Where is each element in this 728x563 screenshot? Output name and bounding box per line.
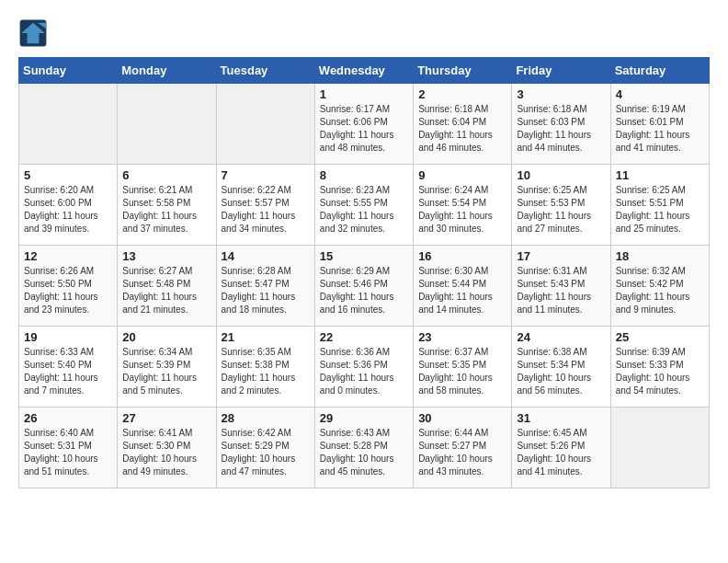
- day-number: 15: [320, 249, 408, 263]
- day-number: 10: [517, 168, 605, 182]
- day-info: Sunrise: 6:33 AM Sunset: 5:40 PM Dayligh…: [24, 346, 112, 397]
- calendar-week-row: 12Sunrise: 6:26 AM Sunset: 5:50 PM Dayli…: [19, 246, 710, 327]
- day-info: Sunrise: 6:34 AM Sunset: 5:39 PM Dayligh…: [122, 346, 210, 397]
- calendar-cell: 7Sunrise: 6:22 AM Sunset: 5:57 PM Daylig…: [216, 165, 314, 246]
- day-info: Sunrise: 6:37 AM Sunset: 5:35 PM Dayligh…: [418, 346, 506, 397]
- day-info: Sunrise: 6:23 AM Sunset: 5:55 PM Dayligh…: [320, 184, 408, 236]
- calendar-week-row: 26Sunrise: 6:40 AM Sunset: 5:31 PM Dayli…: [19, 408, 710, 488]
- weekday-header: Wednesday: [314, 58, 413, 84]
- calendar-cell: 17Sunrise: 6:31 AM Sunset: 5:43 PM Dayli…: [512, 246, 610, 327]
- day-info: Sunrise: 6:32 AM Sunset: 5:42 PM Dayligh…: [616, 265, 704, 316]
- calendar-cell: 5Sunrise: 6:20 AM Sunset: 6:00 PM Daylig…: [19, 165, 118, 246]
- day-info: Sunrise: 6:27 AM Sunset: 5:48 PM Dayligh…: [122, 265, 210, 316]
- day-number: 31: [517, 411, 605, 425]
- day-info: Sunrise: 6:29 AM Sunset: 5:46 PM Dayligh…: [320, 265, 408, 316]
- calendar-cell: 1Sunrise: 6:17 AM Sunset: 6:06 PM Daylig…: [314, 84, 413, 165]
- day-info: Sunrise: 6:42 AM Sunset: 5:29 PM Dayligh…: [222, 427, 310, 478]
- calendar-cell: 27Sunrise: 6:41 AM Sunset: 5:30 PM Dayli…: [118, 408, 216, 488]
- day-number: 14: [222, 249, 310, 263]
- day-info: Sunrise: 6:19 AM Sunset: 6:01 PM Dayligh…: [616, 103, 704, 155]
- day-info: Sunrise: 6:43 AM Sunset: 5:28 PM Dayligh…: [320, 427, 408, 478]
- calendar-cell: 3Sunrise: 6:18 AM Sunset: 6:03 PM Daylig…: [512, 84, 610, 165]
- calendar-cell: 28Sunrise: 6:42 AM Sunset: 5:29 PM Dayli…: [216, 408, 314, 488]
- day-number: 22: [320, 330, 408, 344]
- day-info: Sunrise: 6:45 AM Sunset: 5:26 PM Dayligh…: [517, 427, 605, 478]
- weekday-header: Tuesday: [216, 58, 314, 84]
- day-info: Sunrise: 6:35 AM Sunset: 5:38 PM Dayligh…: [222, 346, 310, 397]
- calendar-cell: 14Sunrise: 6:28 AM Sunset: 5:47 PM Dayli…: [216, 246, 314, 327]
- logo: [18, 18, 51, 48]
- day-number: 1: [320, 87, 408, 101]
- day-info: Sunrise: 6:40 AM Sunset: 5:31 PM Dayligh…: [24, 427, 112, 478]
- day-info: Sunrise: 6:17 AM Sunset: 6:06 PM Dayligh…: [320, 103, 408, 155]
- calendar-cell: 16Sunrise: 6:30 AM Sunset: 5:44 PM Dayli…: [414, 246, 512, 327]
- calendar-cell: [610, 408, 709, 488]
- day-number: 12: [24, 249, 112, 263]
- calendar-cell: 10Sunrise: 6:25 AM Sunset: 5:53 PM Dayli…: [512, 165, 610, 246]
- calendar-cell: 12Sunrise: 6:26 AM Sunset: 5:50 PM Dayli…: [19, 246, 118, 327]
- day-number: 27: [122, 411, 210, 425]
- calendar-cell: 13Sunrise: 6:27 AM Sunset: 5:48 PM Dayli…: [118, 246, 216, 327]
- day-number: 30: [418, 411, 506, 425]
- day-number: 4: [616, 87, 704, 101]
- weekday-header: Thursday: [414, 58, 512, 84]
- weekday-header: Sunday: [19, 58, 118, 84]
- calendar-week-row: 1Sunrise: 6:17 AM Sunset: 6:06 PM Daylig…: [19, 84, 710, 165]
- day-info: Sunrise: 6:21 AM Sunset: 5:58 PM Dayligh…: [122, 184, 210, 236]
- calendar-cell: 21Sunrise: 6:35 AM Sunset: 5:38 PM Dayli…: [216, 327, 314, 408]
- calendar-cell: 25Sunrise: 6:39 AM Sunset: 5:33 PM Dayli…: [610, 327, 709, 408]
- calendar-cell: 30Sunrise: 6:44 AM Sunset: 5:27 PM Dayli…: [414, 408, 512, 488]
- calendar-cell: 11Sunrise: 6:25 AM Sunset: 5:51 PM Dayli…: [610, 165, 709, 246]
- day-number: 23: [418, 330, 506, 344]
- calendar-cell: 6Sunrise: 6:21 AM Sunset: 5:58 PM Daylig…: [118, 165, 216, 246]
- calendar-cell: 20Sunrise: 6:34 AM Sunset: 5:39 PM Dayli…: [118, 327, 216, 408]
- day-info: Sunrise: 6:25 AM Sunset: 5:51 PM Dayligh…: [616, 184, 704, 236]
- day-info: Sunrise: 6:18 AM Sunset: 6:04 PM Dayligh…: [418, 103, 506, 155]
- calendar-cell: 19Sunrise: 6:33 AM Sunset: 5:40 PM Dayli…: [19, 327, 118, 408]
- weekday-header-row: SundayMondayTuesdayWednesdayThursdayFrid…: [19, 58, 710, 84]
- day-number: 20: [122, 330, 210, 344]
- day-number: 17: [517, 249, 605, 263]
- calendar-cell: 2Sunrise: 6:18 AM Sunset: 6:04 PM Daylig…: [414, 84, 512, 165]
- day-number: 11: [616, 168, 704, 182]
- day-info: Sunrise: 6:20 AM Sunset: 6:00 PM Dayligh…: [24, 184, 112, 236]
- calendar-cell: [118, 84, 216, 165]
- day-number: 16: [418, 249, 506, 263]
- day-info: Sunrise: 6:22 AM Sunset: 5:57 PM Dayligh…: [222, 184, 310, 236]
- day-info: Sunrise: 6:28 AM Sunset: 5:47 PM Dayligh…: [222, 265, 310, 316]
- calendar-week-row: 5Sunrise: 6:20 AM Sunset: 6:00 PM Daylig…: [19, 165, 710, 246]
- day-info: Sunrise: 6:24 AM Sunset: 5:54 PM Dayligh…: [418, 184, 506, 236]
- header: [18, 18, 710, 48]
- calendar-week-row: 19Sunrise: 6:33 AM Sunset: 5:40 PM Dayli…: [19, 327, 710, 408]
- day-number: 7: [222, 168, 310, 182]
- day-info: Sunrise: 6:39 AM Sunset: 5:33 PM Dayligh…: [616, 346, 704, 397]
- day-number: 24: [517, 330, 605, 344]
- calendar-cell: [216, 84, 314, 165]
- calendar-cell: 15Sunrise: 6:29 AM Sunset: 5:46 PM Dayli…: [314, 246, 413, 327]
- calendar-cell: [19, 84, 118, 165]
- day-number: 2: [418, 87, 506, 101]
- day-number: 8: [320, 168, 408, 182]
- calendar-cell: 9Sunrise: 6:24 AM Sunset: 5:54 PM Daylig…: [414, 165, 512, 246]
- day-info: Sunrise: 6:38 AM Sunset: 5:34 PM Dayligh…: [517, 346, 605, 397]
- calendar-cell: 23Sunrise: 6:37 AM Sunset: 5:35 PM Dayli…: [414, 327, 512, 408]
- day-number: 26: [24, 411, 112, 425]
- day-number: 21: [222, 330, 310, 344]
- day-info: Sunrise: 6:36 AM Sunset: 5:36 PM Dayligh…: [320, 346, 408, 397]
- day-number: 6: [122, 168, 210, 182]
- calendar-cell: 26Sunrise: 6:40 AM Sunset: 5:31 PM Dayli…: [19, 408, 118, 488]
- day-number: 29: [320, 411, 408, 425]
- weekday-header: Saturday: [610, 58, 709, 84]
- calendar-cell: 31Sunrise: 6:45 AM Sunset: 5:26 PM Dayli…: [512, 408, 610, 488]
- calendar-cell: 4Sunrise: 6:19 AM Sunset: 6:01 PM Daylig…: [610, 84, 709, 165]
- weekday-header: Friday: [512, 58, 610, 84]
- day-number: 18: [616, 249, 704, 263]
- day-info: Sunrise: 6:30 AM Sunset: 5:44 PM Dayligh…: [418, 265, 506, 316]
- day-info: Sunrise: 6:31 AM Sunset: 5:43 PM Dayligh…: [517, 265, 605, 316]
- day-number: 25: [616, 330, 704, 344]
- calendar-cell: 8Sunrise: 6:23 AM Sunset: 5:55 PM Daylig…: [314, 165, 413, 246]
- day-info: Sunrise: 6:18 AM Sunset: 6:03 PM Dayligh…: [517, 103, 605, 155]
- day-number: 5: [24, 168, 112, 182]
- day-number: 28: [222, 411, 310, 425]
- calendar-cell: 29Sunrise: 6:43 AM Sunset: 5:28 PM Dayli…: [314, 408, 413, 488]
